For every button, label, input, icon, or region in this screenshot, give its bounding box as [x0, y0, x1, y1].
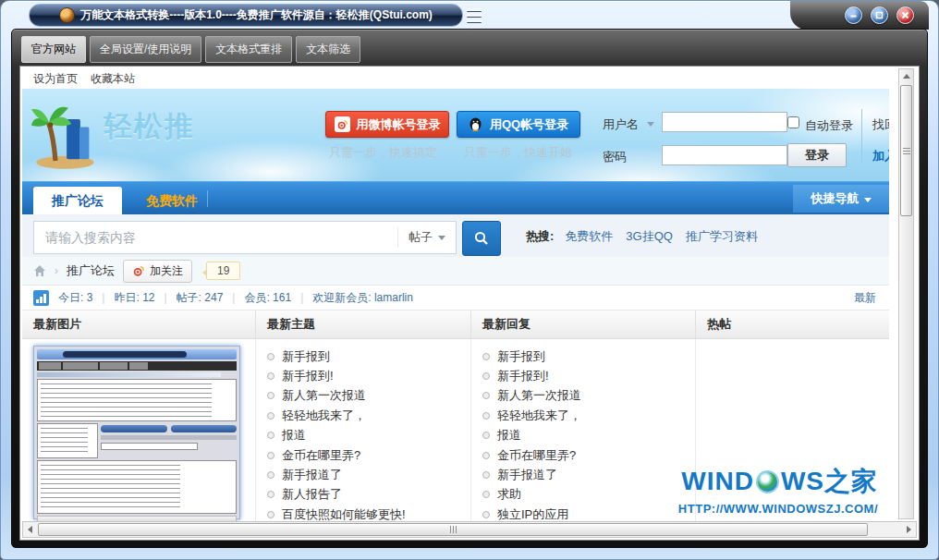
scroll-left-arrow[interactable]	[23, 522, 37, 537]
home-icon[interactable]	[33, 264, 46, 277]
stat-item: 欢迎新会员: lamarlin	[312, 290, 413, 306]
scroll-up-arrow[interactable]	[899, 69, 913, 83]
latest-topics-list: 新手报到 新手报到! 新人第一次报道 轻轻地我来了，	[267, 347, 467, 525]
reply-list-item[interactable]: 金币在哪里弄?	[482, 445, 691, 465]
reply-list-item[interactable]: 求助	[482, 485, 691, 505]
latest-link[interactable]: 最新	[854, 290, 876, 306]
topic-list-item[interactable]: 新人报告了	[267, 485, 467, 505]
follow-button[interactable]: 加关注	[123, 260, 192, 283]
topic-list-item[interactable]: 新手报到!	[267, 366, 467, 385]
qq-penguin-icon	[469, 116, 483, 132]
reply-list-item[interactable]: 新手报到	[482, 347, 691, 366]
search-input[interactable]	[34, 224, 397, 251]
tab-text-reformat[interactable]: 文本格式重排	[205, 36, 292, 63]
join-link[interactable]: 加入	[872, 148, 889, 164]
maximize-button[interactable]	[871, 6, 888, 24]
reply-list-item[interactable]: 新手报道了	[482, 465, 691, 484]
set-home-link[interactable]: 设为首页	[33, 71, 78, 87]
weibo-login-button[interactable]: 用微博帐号登录	[325, 111, 449, 138]
hot-search-link[interactable]: 免费软件	[565, 228, 613, 245]
app-frame: 官方网站 全局设置/使用说明 文本格式重排 文本筛选 设为首页 收藏本站	[11, 29, 928, 548]
reply-title: 新手报到!	[497, 368, 549, 384]
thumbnail-middle	[37, 423, 237, 458]
search-scope-select[interactable]: 帖子	[397, 227, 456, 248]
bookmark-link[interactable]: 收藏本站	[91, 71, 135, 87]
auto-login-checkbox[interactable]	[787, 116, 799, 128]
thumbnail-titlebar	[37, 349, 237, 359]
app-window: 万能文本格式转换----版本1.0----免费推广软件源自：轻松推(QStui.…	[0, 0, 939, 560]
forum-stats: 今日: 3昨日: 12帖子: 247会员: 161欢迎新会员: lamarlin…	[22, 285, 889, 310]
weibo-login-label: 用微博帐号登录	[357, 116, 441, 133]
tab-text-filter[interactable]: 文本筛选	[296, 36, 360, 63]
titlebar: 万能文本格式转换----版本1.0----免费推广软件源自：轻松推(QStui.…	[1, 1, 938, 29]
vertical-scrollbar[interactable]	[898, 68, 914, 519]
chevron-down-icon	[438, 236, 445, 240]
watermark-url: HTTP://WWW.WINDOWSZJ.COM/	[678, 502, 878, 516]
reply-list-item[interactable]: 轻轻地我来了，	[482, 406, 691, 425]
search-button[interactable]	[462, 221, 501, 256]
forum-thumbnail-image[interactable]	[33, 346, 240, 519]
reply-list-item[interactable]: 新手报到!	[482, 366, 691, 385]
topic-title: 轻轻地我来了，	[282, 408, 366, 424]
horizontal-scrollbar[interactable]	[22, 521, 917, 538]
column-latest-replies: 最新回复	[471, 310, 696, 338]
menu-icon[interactable]	[467, 8, 482, 25]
topic-list-item[interactable]: 轻轻地我来了，	[267, 406, 467, 425]
scroll-right-arrow[interactable]	[902, 522, 916, 537]
nav-tab-forum[interactable]: 推广论坛	[33, 187, 122, 215]
watermark-brand-right: WS之家	[781, 464, 878, 499]
bullet-icon	[482, 353, 490, 360]
qq-login-button[interactable]: 用QQ帐号登录	[457, 111, 580, 138]
reply-list-item[interactable]: 新人第一次报道	[482, 386, 691, 406]
username-dropdown-icon[interactable]	[647, 122, 654, 127]
bullet-icon	[482, 392, 490, 399]
quick-nav-label: 快捷导航	[811, 191, 860, 205]
site-logo-icon[interactable]	[31, 100, 104, 174]
scrollbar-grip	[901, 86, 911, 215]
bullet-icon	[267, 353, 274, 360]
stat-item: 昨日: 12	[114, 290, 176, 306]
reply-title: 金币在哪里弄?	[497, 447, 576, 464]
topic-list-item[interactable]: 金币在哪里弄?	[267, 445, 467, 465]
hot-search-label: 热搜:	[526, 228, 554, 245]
watermark-brand: WIND WS之家	[678, 464, 878, 499]
password-input[interactable]	[662, 145, 787, 165]
minimize-button[interactable]	[845, 6, 862, 24]
hot-search-link[interactable]: 3G挂QQ	[626, 228, 673, 245]
username-input[interactable]	[662, 112, 787, 132]
stat-item: 会员: 161	[244, 290, 312, 306]
bullet-icon	[482, 452, 490, 459]
window-controls	[790, 1, 929, 30]
recover-password-link[interactable]: 找回	[872, 116, 889, 133]
bullet-icon	[482, 372, 490, 380]
reply-list-item[interactable]: 报道	[482, 426, 691, 445]
site-logo-title: 轻松推	[104, 107, 195, 146]
thumbnail-textarea	[37, 460, 237, 514]
thumbnail-header-line	[37, 372, 221, 377]
login-button[interactable]: 登录	[787, 143, 847, 167]
horizontal-scrollbar-thumb[interactable]	[38, 523, 868, 536]
bullet-icon	[267, 412, 274, 420]
nav-tab-free-software[interactable]: 免费软件	[131, 187, 213, 215]
reply-title: 新手报道了	[497, 467, 557, 483]
app-tabstrip: 官方网站 全局设置/使用说明 文本格式重排 文本筛选	[21, 36, 360, 63]
topic-list-item[interactable]: 报道	[267, 426, 467, 445]
topic-title: 金币在哪里弄?	[282, 447, 360, 464]
topic-list-item[interactable]: 新手报到	[267, 347, 467, 366]
bullet-icon	[267, 372, 274, 380]
topic-list-item[interactable]: 新人第一次报道	[267, 386, 467, 406]
topic-list-item[interactable]: 新手报道了	[267, 465, 467, 484]
breadcrumb-forum-link[interactable]: 推广论坛	[67, 262, 115, 279]
tab-global-settings[interactable]: 全局设置/使用说明	[90, 36, 201, 63]
stat-item: 帖子: 247	[177, 290, 245, 306]
bullet-icon	[482, 412, 490, 420]
search-box: 帖子	[33, 221, 457, 254]
reply-title: 求助	[497, 486, 521, 503]
close-button[interactable]	[896, 6, 914, 24]
column-latest-topics: 最新主题	[256, 310, 471, 338]
latest-replies-list: 新手报到 新手报到! 新人第一次报道 轻轻地我来了，	[482, 347, 691, 525]
vertical-scrollbar-thumb[interactable]	[900, 85, 912, 216]
quick-nav-button[interactable]: 快捷导航	[793, 185, 889, 213]
tab-official-site[interactable]: 官方网站	[21, 36, 86, 63]
hot-search-link[interactable]: 推广学习资料	[686, 228, 758, 245]
